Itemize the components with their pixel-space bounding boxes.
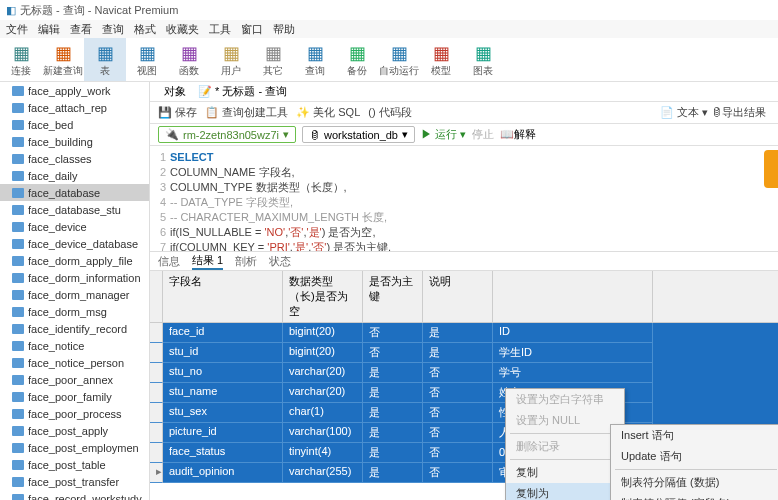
- window-title: 无标题 - 查询 - Navicat Premium: [20, 3, 178, 18]
- save-button[interactable]: 💾 保存: [158, 105, 197, 120]
- table-face_poor_annex[interactable]: face_poor_annex: [0, 371, 149, 388]
- table-row[interactable]: stu_idbigint(20)否是学生ID: [150, 343, 778, 363]
- context-submenu[interactable]: Insert 语句Update 语句制表符分隔值 (数据)制表符分隔值 (字段名…: [610, 424, 778, 500]
- toolbar-自动运行[interactable]: ▦自动运行: [378, 38, 420, 81]
- table-face_identify_record[interactable]: face_identify_record: [0, 320, 149, 337]
- connection-selector[interactable]: 🔌rm-2zetn83n05wz7i ▾: [158, 126, 296, 143]
- menu-item[interactable]: 制表符分隔值 (字段名): [611, 493, 778, 500]
- grid-header: 字段名 数据类型（长)是否为空 是否为主键 说明: [150, 271, 778, 323]
- tab-profile[interactable]: 剖析: [235, 254, 257, 269]
- result-tabs: 信息 结果 1 剖析 状态: [150, 251, 778, 271]
- side-badge: [764, 150, 778, 188]
- menu-帮助[interactable]: 帮助: [273, 22, 295, 37]
- menu-item: 删除记录: [506, 436, 624, 457]
- query-builder-button[interactable]: 📋 查询创建工具: [205, 105, 288, 120]
- toolbar-视图[interactable]: ▦视图: [126, 38, 168, 81]
- menu-文件[interactable]: 文件: [6, 22, 28, 37]
- toolbar-用户[interactable]: ▦用户: [210, 38, 252, 81]
- menu-编辑[interactable]: 编辑: [38, 22, 60, 37]
- table-face_notice[interactable]: face_notice: [0, 337, 149, 354]
- toolbar-新建查询[interactable]: ▦新建查询: [42, 38, 84, 81]
- tab-status[interactable]: 状态: [269, 254, 291, 269]
- toolbar-其它[interactable]: ▦其它: [252, 38, 294, 81]
- tab-bar: 对象 📝* 无标题 - 查询: [150, 82, 778, 102]
- table-face_dorm_apply_file[interactable]: face_dorm_apply_file: [0, 252, 149, 269]
- menu-item[interactable]: 复制: [506, 462, 624, 483]
- toolbar-表[interactable]: ▦表: [84, 38, 126, 81]
- table-face_classes[interactable]: face_classes: [0, 150, 149, 167]
- menu-窗口[interactable]: 窗口: [241, 22, 263, 37]
- menu-item[interactable]: Insert 语句: [611, 425, 778, 446]
- table-face_building[interactable]: face_building: [0, 133, 149, 150]
- beautify-sql-button[interactable]: ✨ 美化 SQL: [296, 105, 360, 120]
- table-face_post_transfer[interactable]: face_post_transfer: [0, 473, 149, 490]
- database-selector[interactable]: 🛢workstation_db ▾: [302, 126, 415, 143]
- context-menu[interactable]: 设置为空白字符串设置为 NULL删除记录复制复制为粘贴显示: [505, 388, 625, 500]
- menu-item[interactable]: Update 语句: [611, 446, 778, 467]
- table-face_dorm_manager[interactable]: face_dorm_manager: [0, 286, 149, 303]
- menu-查询[interactable]: 查询: [102, 22, 124, 37]
- code-segment-button[interactable]: () 代码段: [368, 105, 411, 120]
- table-face_notice_person[interactable]: face_notice_person: [0, 354, 149, 371]
- menu-item: 设置为 NULL: [506, 410, 624, 431]
- menu-item[interactable]: 复制为: [506, 483, 624, 500]
- text-mode-button[interactable]: 📄 文本 ▾ 🛢导出结果: [660, 105, 766, 120]
- table-face_database_stu[interactable]: face_database_stu: [0, 201, 149, 218]
- menu-收藏夹[interactable]: 收藏夹: [166, 22, 199, 37]
- table-row[interactable]: stu_novarchar(20)是否学号: [150, 363, 778, 383]
- tab-objects[interactable]: 对象: [158, 84, 192, 99]
- toolbar-函数[interactable]: ▦函数: [168, 38, 210, 81]
- main-toolbar: ▦连接▦新建查询▦表▦视图▦函数▦用户▦其它▦查询▦备份▦自动运行▦模型▦图表: [0, 38, 778, 82]
- menu-item: 设置为空白字符串: [506, 389, 624, 410]
- toolbar-模型[interactable]: ▦模型: [420, 38, 462, 81]
- stop-button: 停止: [472, 127, 494, 142]
- menu-item[interactable]: 制表符分隔值 (数据): [611, 472, 778, 493]
- tab-result1[interactable]: 结果 1: [192, 253, 223, 270]
- table-face_apply_work[interactable]: face_apply_work: [0, 82, 149, 99]
- toolbar-查询[interactable]: ▦查询: [294, 38, 336, 81]
- table-face_daily[interactable]: face_daily: [0, 167, 149, 184]
- object-tree[interactable]: face_apply_workface_attach_repface_bedfa…: [0, 82, 150, 500]
- table-face_dorm_information[interactable]: face_dorm_information: [0, 269, 149, 286]
- tab-info[interactable]: 信息: [158, 254, 180, 269]
- menu-工具[interactable]: 工具: [209, 22, 231, 37]
- table-face_dorm_msg[interactable]: face_dorm_msg: [0, 303, 149, 320]
- menubar: 文件编辑查看查询格式收藏夹工具窗口帮助: [0, 20, 778, 38]
- table-face_poor_process[interactable]: face_poor_process: [0, 405, 149, 422]
- query-toolbar: 💾 保存 📋 查询创建工具 ✨ 美化 SQL () 代码段 📄 文本 ▾ 🛢导出…: [150, 102, 778, 124]
- table-face_attach_rep[interactable]: face_attach_rep: [0, 99, 149, 116]
- table-face_device_database[interactable]: face_device_database: [0, 235, 149, 252]
- toolbar-图表[interactable]: ▦图表: [462, 38, 504, 81]
- run-button[interactable]: ▶ 运行 ▾: [421, 127, 466, 142]
- menu-格式[interactable]: 格式: [134, 22, 156, 37]
- connection-bar: 🔌rm-2zetn83n05wz7i ▾ 🛢workstation_db ▾ ▶…: [150, 124, 778, 146]
- table-face_poor_family[interactable]: face_poor_family: [0, 388, 149, 405]
- table-face_bed[interactable]: face_bed: [0, 116, 149, 133]
- toolbar-备份[interactable]: ▦备份: [336, 38, 378, 81]
- window-titlebar: ◧ 无标题 - 查询 - Navicat Premium: [0, 0, 778, 20]
- table-face_post_employmen[interactable]: face_post_employmen: [0, 439, 149, 456]
- table-face_record_workstudy[interactable]: face_record_workstudy: [0, 490, 149, 500]
- menu-查看[interactable]: 查看: [70, 22, 92, 37]
- app-icon: ◧: [6, 4, 16, 17]
- explain-button[interactable]: 📖解释: [500, 127, 536, 142]
- table-row[interactable]: stu_namevarchar(20)是否姓名: [150, 383, 778, 403]
- tab-query[interactable]: 📝* 无标题 - 查询: [192, 84, 293, 99]
- table-row[interactable]: face_idbigint(20)否是ID: [150, 323, 778, 343]
- toolbar-连接[interactable]: ▦连接: [0, 38, 42, 81]
- table-face_database[interactable]: face_database: [0, 184, 149, 201]
- table-face_post_table[interactable]: face_post_table: [0, 456, 149, 473]
- table-face_post_apply[interactable]: face_post_apply: [0, 422, 149, 439]
- table-row[interactable]: stu_sexchar(1)是否性别: [150, 403, 778, 423]
- sql-editor[interactable]: 1SELECT 2 COLUMN_NAME 字段名, 3 COLUMN_TYPE…: [150, 146, 778, 251]
- table-face_device[interactable]: face_device: [0, 218, 149, 235]
